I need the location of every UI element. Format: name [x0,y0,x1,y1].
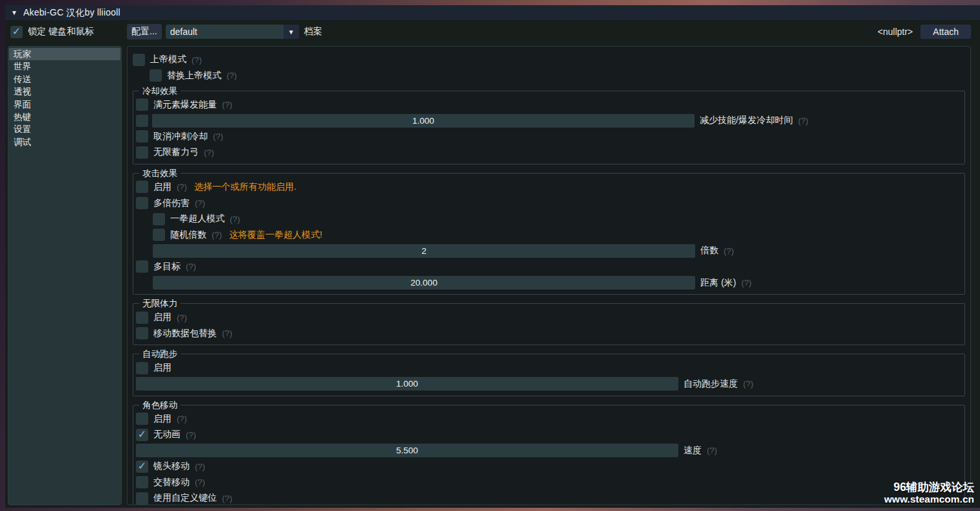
value-slider[interactable]: 2 [153,244,695,258]
help-marker: (?) [724,246,734,256]
profile-combo[interactable]: default ▼ [166,25,299,39]
row-label: 启用 [153,413,172,425]
row-label: 随机倍数 [170,229,206,241]
checkbox-row: 一拳超人模式(?) [136,212,962,225]
profile-combo-value: default [166,27,284,37]
row-checkbox[interactable] [136,146,148,159]
help-marker: (?) [222,328,232,338]
profile-label: 档案 [304,26,322,38]
attach-button[interactable]: Attach [920,25,971,39]
help-marker: (?) [177,414,187,424]
toolbar: ✓ 锁定 键盘和鼠标 配置... default ▼ 档案 <nullptr> … [5,20,980,43]
collapse-icon[interactable]: ▼ [11,9,17,16]
row-checkbox[interactable] [136,476,148,488]
row-checkbox[interactable] [136,181,148,193]
help-marker: (?) [186,430,196,440]
row-label: 启用 [153,181,172,193]
slider-label: 减少技能/爆发冷却时间 [700,115,793,126]
chevron-down-icon[interactable]: ▼ [284,25,299,39]
group-title: 冷却效果 [139,85,181,97]
row-checkbox[interactable] [136,362,148,374]
row-checkbox[interactable]: ✓ [136,460,148,473]
sidebar-item-3[interactable]: 透视 [9,85,120,98]
help-marker: (?) [222,494,232,503]
row-checkbox[interactable] [136,413,148,425]
checkmark-icon: ✓ [12,27,21,37]
row-checkbox[interactable] [136,312,148,324]
titlebar[interactable]: ▼ Akebi-GC 汉化by lliiooll [5,5,980,20]
sidebar-item-2[interactable]: 传送 [9,73,120,85]
slider-row: 5.500速度(?) [136,444,962,457]
value-slider[interactable]: 20.000 [153,276,695,290]
warning-note: 这将覆盖一拳超人模式! [229,229,322,241]
watermark: 96辅助游戏论坛 www.steamcom.cn [884,481,974,505]
help-marker: (?) [743,379,753,389]
checkbox-row: 替换上帝模式(?) [133,69,965,82]
warning-note: 选择一个或所有功能启用. [194,181,296,193]
row-label: 多倍伤害 [153,198,190,209]
slider-value: 5.500 [396,446,418,455]
slider-label: 距离 (米) [700,277,736,289]
slider-checkbox[interactable] [136,115,148,127]
help-marker: (?) [230,214,240,224]
help-marker: (?) [213,131,223,141]
sidebar-item-1[interactable]: 世界 [9,60,120,73]
slider-row: 1.000自动跑步速度(?) [136,378,962,391]
help-marker: (?) [195,462,205,471]
watermark-line2: www.steamcom.cn [884,494,974,505]
sidebar-item-0[interactable]: 玩家 [9,48,120,60]
row-label: 无限蓄力弓 [153,146,199,158]
row-checkbox[interactable] [133,54,145,66]
desktop: { "ui": { "collapse_icon": "▼", "combo_a… [0,0,980,511]
checkbox-row: 启用(?)选择一个或所有功能启用. [136,181,962,194]
slider-value: 1.000 [396,379,418,389]
row-label: 使用自定义键位 [153,492,217,504]
row-label: 取消冲刺冷却 [153,131,208,142]
value-slider[interactable]: 5.500 [136,444,678,457]
row-checkbox[interactable] [136,260,148,273]
row-checkbox[interactable] [136,327,148,339]
checkbox-row: 启用 [136,361,962,374]
lock-input-group: ✓ 锁定 键盘和鼠标 [10,26,127,38]
checkbox-row: 多倍伤害(?) [136,197,962,210]
sidebar-item-5[interactable]: 热键 [9,111,120,123]
row-label: 满元素爆发能量 [153,99,217,111]
checkbox-row: 满元素爆发能量(?) [136,98,962,111]
help-marker: (?) [177,313,187,323]
group-panel: 自动跑步启用1.000自动跑步速度(?) [133,354,965,396]
help-marker: (?) [177,182,187,192]
sidebar-item-4[interactable]: 界面 [9,98,120,111]
group-panel: 冷却效果满元素爆发能量(?)1.000减少技能/爆发冷却时间(?)取消冲刺冷却(… [133,91,965,165]
group-title: 自动跑步 [139,348,181,359]
help-marker: (?) [204,148,214,157]
app-window: ▼ Akebi-GC 汉化by lliiooll ✓ 锁定 键盘和鼠标 配置..… [5,5,980,508]
row-label: 替换上帝模式 [167,70,221,82]
help-marker: (?) [227,71,237,80]
sidebar-item-7[interactable]: 调试 [9,136,120,148]
sidebar-item-6[interactable]: 设置 [9,123,120,135]
row-checkbox[interactable] [136,492,148,505]
help-marker: (?) [195,477,205,487]
row-checkbox[interactable] [136,98,148,111]
row-label: 多目标 [153,261,181,273]
value-slider[interactable]: 1.000 [152,114,695,128]
value-slider[interactable]: 1.000 [136,377,678,391]
checkbox-row: 交替移动(?) [136,476,962,489]
row-checkbox[interactable] [136,130,148,142]
row-label: 交替移动 [153,477,190,488]
group-title: 攻击效果 [139,168,181,179]
row-label: 镜头移动 [153,460,190,472]
row-checkbox[interactable] [153,213,165,225]
row-checkbox[interactable] [153,229,165,241]
row-checkbox[interactable] [136,197,148,209]
checkbox-row: ✓无动画(?) [136,428,962,441]
lock-input-checkbox[interactable]: ✓ [10,26,23,38]
row-checkbox[interactable] [150,69,162,82]
slider-row: 20.000距离 (米)(?) [136,277,962,290]
group-panel: 攻击效果启用(?)选择一个或所有功能启用.多倍伤害(?)一拳超人模式(?)随机倍… [133,173,965,295]
slider-label: 速度 [684,445,702,457]
row-checkbox[interactable]: ✓ [136,429,148,441]
help-marker: (?) [186,262,196,271]
config-button[interactable]: 配置... [127,24,162,40]
row-label: 一拳超人模式 [170,213,225,225]
